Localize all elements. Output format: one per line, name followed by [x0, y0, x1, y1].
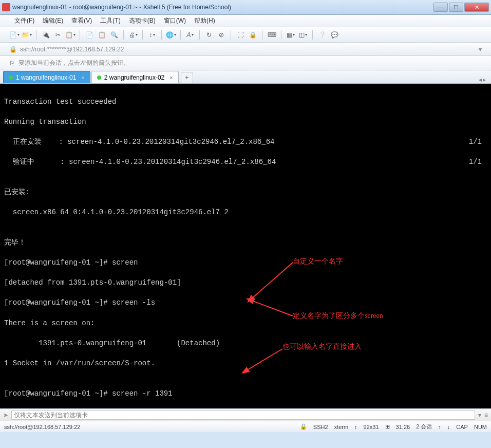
- stop-button[interactable]: ⊘: [216, 30, 226, 40]
- separator: [180, 30, 181, 40]
- new-tab-button[interactable]: +: [181, 72, 193, 83]
- minimize-button[interactable]: —: [433, 3, 448, 12]
- status-pos: 31,26: [396, 424, 410, 430]
- menu-view[interactable]: 查看(V): [67, 15, 96, 27]
- status-dot-icon: [9, 76, 13, 80]
- terminal-line: screen.x86_64 0:4.1.0-0.23.20120314git3c…: [4, 208, 487, 218]
- tab-label: 1 wangruifenglinux-01: [16, 74, 76, 81]
- menu-edit[interactable]: 编辑(E): [39, 15, 67, 27]
- properties-button[interactable]: 📋: [65, 30, 75, 40]
- help-button[interactable]: ❔: [317, 30, 327, 40]
- tile-button[interactable]: ◫: [298, 30, 308, 40]
- terminal-line: [detached from 1391.pts-0.wangruifeng-01…: [4, 278, 487, 288]
- new-session-button[interactable]: 📄: [9, 30, 20, 40]
- status-down-icon[interactable]: ↓: [447, 424, 450, 430]
- print-button[interactable]: 🖨: [128, 30, 138, 40]
- maximize-button[interactable]: ☐: [449, 3, 463, 12]
- terminal-line: 已安装:: [4, 188, 487, 198]
- lock-icon: 🔒: [9, 46, 17, 53]
- layout-button[interactable]: ▦: [286, 30, 296, 40]
- menu-help[interactable]: 帮助(H): [190, 15, 219, 27]
- paste-button[interactable]: 📋: [97, 30, 107, 40]
- separator: [199, 30, 200, 40]
- tab-session-1[interactable]: 1 wangruifenglinux-01 ×: [3, 71, 90, 83]
- terminal-line: 正在安装 : screen-4.1.0-0.23.20120314git3c29…: [4, 137, 487, 147]
- status-ssh: SSH2: [313, 424, 328, 430]
- terminal-line: 验证中 : screen-4.1.0-0.23.20120314git3c294…: [4, 157, 487, 167]
- address-dropdown[interactable]: ▾: [479, 46, 482, 53]
- terminal-line: 1 Socket in /var/run/screen/S-root.: [4, 359, 487, 369]
- send-input[interactable]: [11, 410, 475, 420]
- status-num: NUM: [474, 424, 487, 430]
- tab-next-icon[interactable]: ▸: [483, 76, 486, 83]
- status-ssh-icon: 🔒: [300, 423, 307, 430]
- copy-button[interactable]: 📄: [84, 30, 95, 40]
- send-icon[interactable]: ➤: [3, 412, 8, 419]
- fullscreen-button[interactable]: ⛶: [235, 30, 245, 40]
- toolbar: 📄 📁 🔌 ✂ 📋 📄 📋 🔍 🖨 ↕ 🌐 A ↻ ⊘ ⛶ 🔒 ⌨ ▦ ◫ ❔ …: [0, 27, 491, 43]
- hint-bar: 🏳 要添加当前会话，点击左侧的箭头按钮。: [0, 56, 491, 70]
- address-text[interactable]: ssh://root:********@192.168.57.129:22: [20, 46, 476, 53]
- transfer-button[interactable]: ↕: [147, 30, 157, 40]
- terminal-line: There is a screen on:: [4, 319, 487, 329]
- separator: [123, 30, 124, 40]
- window-controls: — ☐ ✕: [433, 3, 489, 12]
- font-button[interactable]: A: [185, 30, 195, 40]
- find-button[interactable]: 🔍: [109, 30, 119, 40]
- app-icon: [2, 3, 10, 11]
- separator: [80, 30, 80, 40]
- disconnect-button[interactable]: ✂: [53, 30, 63, 40]
- status-sessions: 2 会话: [416, 423, 432, 431]
- tab-nav: ◂ ▸: [479, 76, 488, 83]
- tab-bar: 1 wangruifenglinux-01 × 2 wangruifenglin…: [0, 70, 491, 84]
- terminal-line: Running transaction: [4, 117, 487, 127]
- status-dot-icon: [97, 76, 101, 80]
- lock-button[interactable]: 🔒: [248, 30, 258, 40]
- menu-window[interactable]: 窗口(W): [160, 15, 190, 27]
- reconnect-button[interactable]: 🔌: [41, 30, 51, 40]
- status-size-icon: ↕: [354, 424, 357, 430]
- terminal-line: [root@wangruifeng-01 ~]# screen: [4, 258, 487, 268]
- terminal-line: 完毕！: [4, 238, 487, 248]
- open-button[interactable]: 📁: [22, 30, 32, 40]
- separator: [281, 30, 281, 40]
- separator: [312, 30, 313, 40]
- status-connection: ssh://root@192.168.57.129:22: [4, 424, 300, 430]
- tab-close-icon[interactable]: ×: [81, 74, 84, 81]
- about-button[interactable]: 💬: [329, 30, 339, 40]
- globe-button[interactable]: 🌐: [166, 30, 176, 40]
- status-size: 92x31: [364, 424, 379, 430]
- status-pos-icon: ⊞: [385, 423, 390, 430]
- terminal-pane[interactable]: Transaction test succeeded Running trans…: [0, 84, 491, 408]
- window-title-bar: wangruifenglinux-01 - root@wangruifeng-0…: [0, 0, 491, 15]
- window-title: wangruifenglinux-01 - root@wangruifeng-0…: [12, 4, 433, 11]
- separator: [142, 30, 143, 40]
- menu-file[interactable]: 文件(F): [10, 15, 39, 27]
- status-term: xterm: [334, 424, 349, 430]
- status-bar: ssh://root@192.168.57.129:22 🔒 SSH2 xter…: [0, 421, 491, 432]
- tab-close-icon[interactable]: ×: [169, 74, 173, 81]
- separator: [36, 30, 36, 40]
- separator: [161, 30, 162, 40]
- tab-label: 2 wangruifenglinux-02: [104, 74, 164, 81]
- terminal-line: [root@wangruifeng-01 ~]# screen -r 1391: [4, 389, 487, 399]
- terminal-line: Transaction test succeeded: [4, 97, 487, 107]
- send-bar: ➤ ▾ ≡: [0, 408, 491, 421]
- close-button[interactable]: ✕: [464, 3, 489, 12]
- status-up-icon[interactable]: ↑: [438, 424, 441, 430]
- send-menu-icon[interactable]: ≡: [484, 412, 488, 419]
- bookmark-icon[interactable]: 🏳: [9, 60, 15, 67]
- menu-tools[interactable]: 工具(T): [96, 15, 124, 27]
- terminal-line: [root@wangruifeng-01 ~]# screen -ls: [4, 298, 487, 308]
- refresh-button[interactable]: ↻: [204, 30, 214, 40]
- status-cap: CAP: [456, 424, 468, 430]
- keyboard-button[interactable]: ⌨: [267, 30, 277, 40]
- tab-prev-icon[interactable]: ◂: [479, 76, 482, 83]
- address-bar: 🔒 ssh://root:********@192.168.57.129:22 …: [0, 43, 491, 56]
- send-dropdown-icon[interactable]: ▾: [478, 412, 481, 419]
- tab-session-2[interactable]: 2 wangruifenglinux-02 ×: [91, 71, 179, 83]
- separator: [231, 30, 231, 40]
- separator: [262, 30, 262, 40]
- menu-tab[interactable]: 选项卡(B): [125, 15, 160, 27]
- hint-text: 要添加当前会话，点击左侧的箭头按钮。: [18, 59, 129, 67]
